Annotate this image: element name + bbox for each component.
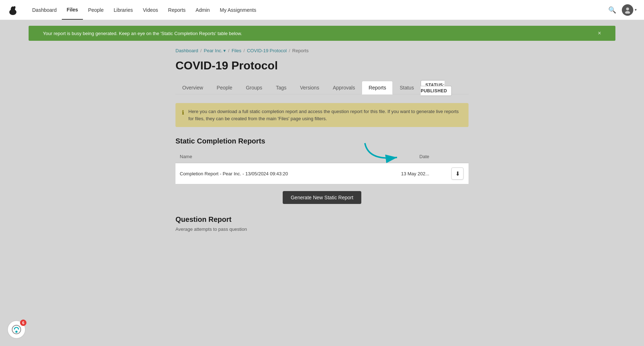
breadcrumb-sep-1: / (200, 48, 202, 53)
col-actions (447, 150, 469, 163)
table-container: Name Date Completion Report - Pear Inc. … (175, 150, 469, 184)
avatar (622, 4, 633, 16)
widget-button[interactable]: 6 (7, 320, 26, 339)
bottom-left-widget[interactable]: 6 (7, 320, 26, 339)
breadcrumb-pear-inc[interactable]: Pear Inc. ▾ (204, 48, 226, 53)
alert-message: Your report is busy being generated. Kee… (43, 31, 242, 36)
nav-libraries[interactable]: Libraries (109, 1, 138, 19)
info-box: ℹ Here you can download a full static co… (175, 103, 469, 127)
tab-groups[interactable]: Groups (239, 81, 269, 94)
svg-point-3 (626, 8, 629, 10)
tab-people[interactable]: People (210, 81, 239, 94)
nav-my-assignments[interactable]: My Assignments (215, 1, 261, 19)
breadcrumb-sep-4: / (289, 48, 290, 53)
alert-close-button[interactable]: × (598, 30, 601, 36)
report-date: 13 May 202... (365, 163, 447, 184)
chevron-down-icon: ▾ (223, 48, 226, 53)
report-name: Completion Report - Pear Inc. - 13/05/20… (175, 163, 365, 184)
question-report-subtitle: Average attempts to pass question (175, 226, 469, 232)
table-row: Completion Report - Pear Inc. - 13/05/20… (175, 163, 469, 184)
breadcrumb-dashboard[interactable]: Dashboard (175, 48, 198, 53)
user-avatar-btn[interactable]: ▾ (622, 4, 637, 16)
info-icon: ℹ (182, 108, 184, 117)
col-date: Date (365, 150, 447, 163)
navbar: Dashboard Files People Libraries Videos … (0, 0, 644, 20)
breadcrumb: Dashboard / Pear Inc. ▾ / Files / COVID-… (175, 48, 469, 53)
tab-reports[interactable]: Reports (362, 81, 393, 94)
report-download-cell: ⬇ (447, 163, 469, 184)
nav-files[interactable]: Files (62, 0, 83, 20)
page-title: COVID-19 Protocol (175, 59, 469, 72)
download-button[interactable]: ⬇ (451, 167, 464, 180)
tab-tags[interactable]: Tags (269, 81, 293, 94)
status-badge: STATUS: PUBLISHED (421, 80, 452, 96)
app-logo[interactable] (7, 4, 19, 16)
col-name: Name (175, 150, 365, 163)
reports-table: Name Date Completion Report - Pear Inc. … (175, 150, 469, 184)
breadcrumb-sep-2: / (228, 48, 229, 53)
search-icon[interactable]: 🔍 (608, 6, 616, 14)
tab-status[interactable]: Status (393, 81, 421, 94)
question-report-title: Question Report (175, 215, 469, 224)
nav-admin[interactable]: Admin (190, 1, 215, 19)
breadcrumb-files[interactable]: Files (232, 48, 241, 53)
nav-dashboard[interactable]: Dashboard (27, 1, 62, 19)
widget-badge: 6 (20, 320, 26, 326)
main-content: Dashboard / Pear Inc. ▾ / Files / COVID-… (161, 41, 483, 246)
tabs-status: STATUS: PUBLISHED (421, 82, 469, 93)
breadcrumb-current: Reports (292, 48, 309, 53)
navbar-right: 🔍 ▾ (608, 4, 637, 16)
breadcrumb-covid[interactable]: COVID-19 Protocol (247, 48, 287, 53)
tab-approvals[interactable]: Approvals (326, 81, 362, 94)
svg-point-4 (625, 11, 630, 14)
generate-static-report-button[interactable]: Generate New Static Report (283, 191, 361, 204)
generate-btn-wrapper: Generate New Static Report (175, 191, 469, 204)
nav-reports[interactable]: Reports (163, 1, 190, 19)
nav-people[interactable]: People (83, 1, 109, 19)
static-completion-title: Static Completion Reports (175, 137, 469, 145)
nav-links: Dashboard Files People Libraries Videos … (27, 0, 608, 20)
chevron-down-icon: ▾ (635, 8, 637, 12)
svg-point-7 (15, 331, 18, 333)
alert-banner: Your report is busy being generated. Kee… (29, 26, 615, 41)
info-text: Here you can download a full static comp… (188, 108, 462, 122)
tab-versions[interactable]: Versions (293, 81, 326, 94)
tab-overview[interactable]: Overview (175, 81, 210, 94)
content-area: Your report is busy being generated. Kee… (0, 26, 644, 346)
nav-videos[interactable]: Videos (138, 1, 163, 19)
breadcrumb-sep-3: / (243, 48, 245, 53)
tabs: Overview People Groups Tags Versions App… (175, 81, 469, 94)
